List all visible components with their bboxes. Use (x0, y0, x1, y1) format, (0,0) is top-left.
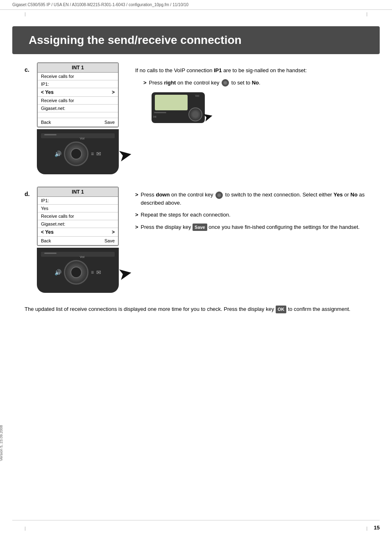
phone-ring-wrapper-d: Vol Int (64, 260, 88, 285)
phone-screen-c-row5: Gigaset.net: (38, 105, 118, 112)
phone-screen-d-row4: Gigaset.net: (38, 220, 118, 228)
eq-icon-c: ≡ (91, 151, 94, 157)
title-banner: Assigning the send/receive connection (12, 26, 380, 54)
vol-label-d: Vol (80, 255, 84, 259)
phone-screen-c-row2: IP1: (38, 80, 118, 88)
phone-ring-wrapper-c: Vol Int (64, 141, 88, 166)
small-line-c (154, 112, 166, 113)
phone-body-c: 🔊 Vol Int ≡ ✉ (37, 129, 119, 174)
phone-body-top-d (41, 252, 115, 257)
phone-screen-d-row5: < Yes > (38, 228, 118, 237)
summary-text-before: The updated list of receive connections … (25, 306, 274, 312)
footer-line (12, 520, 380, 520)
section-c-label: c. (25, 62, 33, 73)
save-label-d: Save (104, 238, 115, 243)
vol-label-c: Vol (80, 137, 84, 140)
bullet-text-d2: Repeat the steps for each connection. (141, 211, 380, 219)
reg-mark-top-right: | (366, 12, 367, 16)
envelope-icon-d: ✉ (96, 269, 101, 276)
reg-mark-top-left: | (25, 12, 26, 16)
ok-badge: OK (276, 306, 287, 313)
back-label-c: Back (41, 120, 51, 125)
phone-line-d (44, 253, 57, 254)
small-phone-container-c: > Press right on the control key to set … (143, 79, 380, 125)
section-c-text: If no calls to the VoIP connection IP1 a… (135, 62, 380, 130)
summary-text: The updated list of receive connections … (25, 305, 380, 313)
no-bold-c: No (252, 80, 259, 86)
bullet-arrow-d2: > (135, 211, 138, 219)
section-c: c. INT 1 Receive calls for IP1: < Yes > … (25, 62, 380, 174)
phone-screen-c-row6 (38, 112, 118, 118)
small-vol-c: Vol (195, 94, 199, 98)
phone-control-area-c: 🔊 Vol Int ≡ ✉ (41, 141, 115, 166)
phone-screen-c-bottom: Back Save (38, 118, 118, 127)
phone-control-inner-d (70, 267, 82, 278)
bullet-arrow-d1: > (135, 191, 138, 199)
page-title: Assigning the send/receive connection (29, 34, 242, 46)
nav-left-d: < Yes (41, 229, 54, 235)
phone-control-ring-d (64, 260, 88, 285)
section-d: d. INT 1 IP1: Yes Receive calls for Giga… (25, 187, 380, 293)
yes-bold-d: Yes (333, 192, 342, 198)
bullet-arrow-d3: > (135, 223, 138, 231)
phone-screen-d-row2: Yes (38, 205, 118, 212)
phone-body-top-c (41, 133, 115, 138)
phone-screen-c: INT 1 Receive calls for IP1: < Yes > Rec… (37, 62, 119, 128)
phone-mockup-c: INT 1 Receive calls for IP1: < Yes > Rec… (37, 62, 119, 174)
main-content: c. INT 1 Receive calls for IP1: < Yes > … (0, 62, 392, 330)
section-d-label: d. (25, 187, 33, 197)
envelope-icon-c: ✉ (96, 151, 101, 157)
page-header: Gigaset C590/595 IP / USA EN / A31008-M2… (0, 0, 392, 10)
bullet-text-c: Press right on the control key to set to… (149, 79, 380, 87)
small-control-c (188, 107, 202, 121)
int-label-c: Int (57, 152, 60, 156)
phone-screen-d-row3: Receive calls for (38, 212, 118, 220)
save-label-c: Save (104, 120, 115, 125)
phone-screen-c-title: INT 1 (38, 63, 118, 73)
bullet-text-d3: Press the display key Save once you have… (141, 223, 380, 231)
right-bold: right (164, 80, 176, 86)
bullet-text-d1: Press down on the control key to switch … (141, 191, 380, 207)
nav-right-c: > (112, 89, 115, 95)
phone-screen-c-row3: < Yes > (38, 88, 118, 97)
small-arrow-c: ➤ (201, 108, 214, 125)
bullet-d-3: > Press the display key Save once you ha… (135, 223, 380, 231)
control-icon-c (222, 79, 229, 87)
phone-body-d: 🔊 Vol Int ≡ ✉ (37, 248, 119, 293)
phone-screen-c-row4: Receive calls for (38, 97, 118, 105)
summary-text-after: to confirm the assignment. (288, 306, 350, 312)
phone-control-area-d: 🔊 Vol Int ≡ ✉ (41, 260, 115, 285)
nav-right-d: > (112, 229, 115, 235)
phone-control-ring-c (64, 141, 88, 166)
phone-screen-d-title: INT 1 (38, 187, 118, 197)
small-phone-c: Vol Int ➤ (152, 92, 205, 123)
small-int-c: Int (153, 115, 156, 119)
phone-control-inner-c (70, 148, 82, 160)
control-icon-d (215, 192, 223, 199)
int-label-d: Int (57, 271, 60, 274)
ip1-bold: IP1 (214, 67, 222, 73)
no-bold-d: No (351, 192, 358, 198)
phone-screen-c-row1: Receive calls for (38, 73, 118, 80)
bullet-d-1: > Press down on the control key to switc… (135, 191, 380, 207)
bullet-arrow-c: > (143, 79, 147, 87)
reg-mark-bottom-right: | (366, 526, 367, 531)
phone-line-c (44, 134, 57, 135)
phone-screen-d: INT 1 IP1: Yes Receive calls for Gigaset… (37, 187, 119, 246)
phone-screen-d-row1: IP1: (38, 197, 118, 205)
small-screen-c (155, 95, 188, 110)
phone-mockup-d: INT 1 IP1: Yes Receive calls for Gigaset… (37, 187, 119, 293)
save-badge-d: Save (193, 224, 207, 231)
sidebar-text: Version 5, 23.09.2008 (0, 425, 3, 461)
eq-icon-d: ≡ (91, 269, 94, 275)
phone-screen-d-bottom: Back Save (38, 237, 118, 245)
nav-left-c: < Yes (41, 89, 54, 95)
reg-mark-bottom-left: | (25, 526, 26, 531)
phone-arrow-c: ➤ (118, 146, 133, 165)
header-text: Gigaset C590/595 IP / USA EN / A31008-M2… (12, 2, 188, 7)
bullet-c: > Press right on the control key to set … (143, 79, 380, 87)
section-c-intro: If no calls to the VoIP connection IP1 a… (135, 66, 380, 75)
bullet-d-2: > Repeat the steps for each connection. (135, 211, 380, 219)
small-phone-body-c: Vol Int (152, 92, 205, 123)
page-number: 15 (374, 525, 380, 531)
